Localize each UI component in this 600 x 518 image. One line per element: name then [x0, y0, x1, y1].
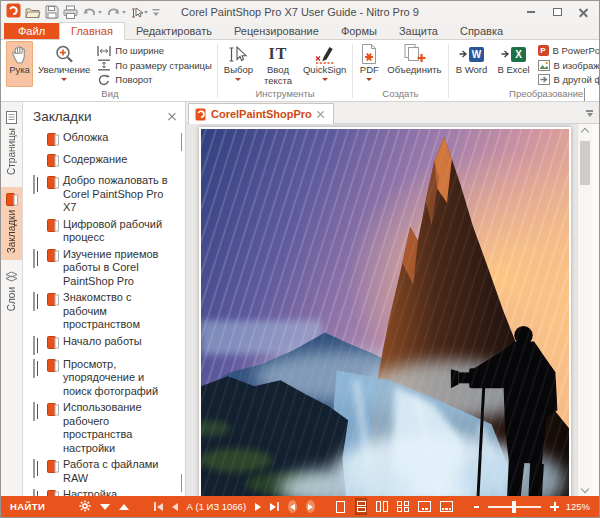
- print-button[interactable]: [63, 5, 78, 19]
- document-scrollbar[interactable]: [577, 124, 592, 496]
- redo-button[interactable]: [106, 6, 126, 18]
- bookmarks-scroll-up[interactable]: [181, 134, 182, 152]
- bookmark-item[interactable]: Содержание: [33, 153, 171, 172]
- to-powerpoint-button[interactable]: P В PowerPoint: [536, 44, 599, 58]
- panel-tab-layers[interactable]: Слои: [1, 265, 22, 318]
- bookmark-item[interactable]: Настройка изображений: [33, 488, 171, 496]
- bookmark-item[interactable]: Обложка: [33, 131, 171, 150]
- combine-button[interactable]: Объединить: [384, 41, 444, 87]
- layout-facing-button[interactable]: [376, 498, 388, 515]
- to-image-button[interactable]: В изображение: [536, 59, 599, 73]
- layout-continuous-button[interactable]: [355, 498, 367, 515]
- undo-button[interactable]: [82, 6, 102, 18]
- to-excel-button[interactable]: X В Excel: [494, 41, 534, 87]
- fit-page-button[interactable]: По размеру страницы: [95, 59, 213, 73]
- previous-page-button[interactable]: [172, 503, 178, 511]
- scrollbar-thumb[interactable]: [580, 141, 590, 185]
- panel-tab-bookmarks[interactable]: Закладки: [1, 187, 22, 260]
- bookmark-item[interactable]: Просмотр, упорядочение и поиск фотографи…: [33, 358, 171, 399]
- to-other-format-button[interactable]: В другой формат: [536, 73, 599, 87]
- first-page-button[interactable]: [154, 502, 163, 511]
- next-page-button[interactable]: [255, 503, 261, 511]
- facing-pages-icon: [376, 501, 388, 512]
- create-pdf-button[interactable]: PDF: [356, 41, 382, 87]
- find-next-button[interactable]: [100, 504, 110, 510]
- fit-width-button[interactable]: По ширине: [95, 44, 213, 58]
- bookmark-item[interactable]: Использование рабочего пространства наст…: [33, 401, 171, 455]
- to-word-icon: W: [459, 43, 484, 65]
- document-viewport[interactable]: [186, 124, 599, 496]
- close-button[interactable]: [572, 5, 594, 20]
- panel-close-icon[interactable]: [168, 112, 177, 121]
- fullscreen-mode-button[interactable]: [418, 498, 431, 515]
- page-number-display[interactable]: А (1 ИЗ 1066): [187, 501, 247, 512]
- expand-plus-icon[interactable]: [33, 359, 35, 378]
- expand-plus-icon[interactable]: [33, 402, 35, 421]
- zoom-in-button[interactable]: [550, 502, 556, 511]
- zoom-slider[interactable]: [488, 506, 541, 508]
- zoom-out-button[interactable]: [474, 506, 480, 508]
- document-tab[interactable]: CorelPaintShopPro: [188, 103, 334, 124]
- bookmark-item[interactable]: Добро пожаловать в Corel PaintShop Pro X…: [33, 174, 171, 215]
- open-button[interactable]: [25, 6, 41, 19]
- collapse-ribbon-button[interactable]: [584, 89, 591, 96]
- hand-tool-button[interactable]: Рука: [6, 41, 33, 87]
- tab-protect[interactable]: Защита: [388, 23, 449, 39]
- bookmark-item[interactable]: Начало работы: [33, 335, 171, 355]
- document-page[interactable]: [199, 127, 571, 496]
- find-button[interactable]: НАЙТИ: [10, 501, 45, 512]
- zoom-slider-thumb[interactable]: [512, 501, 516, 513]
- maximize-button[interactable]: [546, 5, 568, 20]
- last-page-button[interactable]: [270, 502, 279, 511]
- type-text-button[interactable]: IT Ввод текста: [258, 41, 298, 87]
- customize-toolbar-button[interactable]: [152, 8, 160, 17]
- panel-tab-bookmarks-label: Закладки: [6, 210, 17, 253]
- layout-single-page-button[interactable]: [335, 498, 347, 515]
- bookmark-item[interactable]: Изучение приемов работы в Corel PaintSho…: [33, 248, 171, 289]
- slideshow-mode-button[interactable]: [440, 498, 453, 515]
- select-tool-button[interactable]: Выбор: [221, 41, 256, 87]
- bookmark-icon: [47, 218, 63, 237]
- next-view-button[interactable]: [306, 500, 315, 513]
- expand-plus-icon[interactable]: [33, 336, 35, 355]
- select-tool-dropdown-icon[interactable]: [144, 11, 148, 14]
- expand-plus-icon[interactable]: [33, 249, 35, 268]
- to-word-button[interactable]: W В Word: [452, 41, 492, 87]
- type-text-label: Ввод текста: [261, 65, 295, 86]
- previous-view-button[interactable]: [288, 500, 297, 513]
- find-options-button[interactable]: [79, 500, 91, 514]
- zoom-tool-button[interactable]: Увеличение: [35, 41, 93, 87]
- expand-plus-icon[interactable]: [33, 489, 35, 496]
- document-tab-close-icon[interactable]: [317, 110, 325, 118]
- tab-forms[interactable]: Формы: [330, 23, 388, 39]
- select-tool-quick-button[interactable]: [130, 6, 148, 19]
- tab-review[interactable]: Рецензирование: [223, 23, 330, 39]
- save-button[interactable]: [45, 5, 59, 19]
- undo-dropdown-icon[interactable]: [98, 11, 102, 14]
- expand-plus-icon[interactable]: [33, 459, 35, 478]
- tab-list-menu-button[interactable]: [586, 110, 593, 117]
- panel-tab-pages[interactable]: Страницы: [1, 105, 22, 182]
- right-margin-strip: [592, 124, 599, 496]
- find-previous-button[interactable]: [119, 504, 129, 510]
- monitor-icon: [418, 501, 431, 512]
- tab-file[interactable]: Файл: [4, 23, 59, 39]
- expand-plus-icon[interactable]: [33, 175, 35, 194]
- tab-home[interactable]: Главная: [59, 22, 125, 40]
- scrollbar-down-button[interactable]: [578, 481, 592, 496]
- expand-plus-icon[interactable]: [33, 292, 35, 311]
- minimize-button[interactable]: [520, 5, 542, 20]
- scrollbar-up-button[interactable]: [578, 124, 592, 139]
- redo-dropdown-icon[interactable]: [122, 11, 126, 14]
- tab-edit[interactable]: Редактировать: [125, 23, 223, 39]
- bookmark-item[interactable]: Работа с файлами RAW: [33, 458, 171, 485]
- tab-help[interactable]: Справка: [449, 23, 514, 39]
- hand-tool-label: Рука: [9, 65, 30, 76]
- rotate-button[interactable]: Поворот: [95, 73, 213, 87]
- quicksign-button[interactable]: QuickSign: [300, 41, 349, 87]
- bookmarks-scroll-down[interactable]: [181, 474, 182, 492]
- bookmark-item[interactable]: Знакомство с рабочим пространством: [33, 291, 171, 332]
- layout-facing-continuous-button[interactable]: [397, 498, 409, 515]
- bookmark-item[interactable]: Цифровой рабочий процесс: [33, 218, 171, 245]
- quick-access-toolbar: [6, 3, 160, 22]
